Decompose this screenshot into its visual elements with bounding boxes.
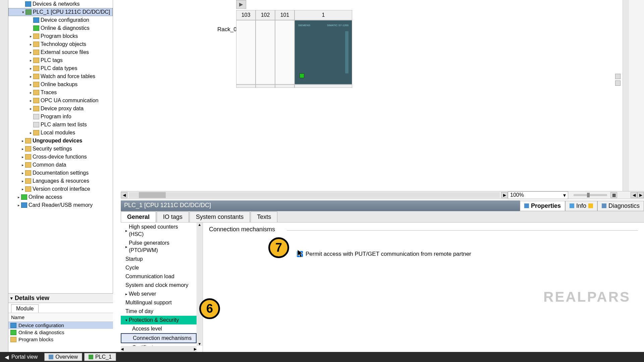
scroll-right-button[interactable]: ▶ xyxy=(637,192,644,198)
vertical-scrollbar[interactable]: ▲▼ xyxy=(197,223,203,346)
tree-expander-icon[interactable]: ▸ xyxy=(20,137,25,144)
details-row[interactable]: Program blocks xyxy=(8,336,113,343)
tree-expander-icon[interactable]: ▸ xyxy=(29,97,33,104)
rack-slot-header[interactable]: 1 xyxy=(294,10,352,20)
tree-node[interactable]: ▸OPC UA communication xyxy=(8,97,113,105)
tree-node[interactable]: ▸Device proxy data xyxy=(8,105,113,113)
tree-node[interactable]: ▸Local modules xyxy=(8,129,113,137)
taskbar-tab-overview[interactable]: Overview xyxy=(44,353,82,361)
tree-node[interactable]: Program info xyxy=(8,113,113,121)
tree-expander-icon[interactable]: ▸ xyxy=(29,129,33,136)
tree-expander-icon[interactable]: ▸ xyxy=(29,57,33,64)
subtab-general[interactable]: General xyxy=(121,212,156,222)
tree-expander-icon[interactable]: ▸ xyxy=(29,33,33,40)
rack-slot[interactable] xyxy=(256,20,275,84)
tree-node[interactable]: ▸Card Reader/USB memory xyxy=(8,201,113,209)
module-tab[interactable]: Module xyxy=(11,304,39,313)
details-view-header[interactable]: ▾ Details view xyxy=(8,294,113,303)
rack-slot-header[interactable]: 102 xyxy=(256,10,275,20)
inspector-nav-item[interactable]: Web server xyxy=(121,290,197,298)
rack-slot-header[interactable]: 101 xyxy=(275,10,294,20)
tree-expander-icon[interactable]: ▸ xyxy=(20,185,25,193)
tree-node[interactable]: PLC alarm text lists xyxy=(8,121,113,129)
tree-expander-icon[interactable]: ▸ xyxy=(20,169,25,177)
scroll-left-button[interactable]: ◀ xyxy=(121,192,127,198)
rack-slot[interactable] xyxy=(236,20,256,84)
inspector-nav-item[interactable]: Startup xyxy=(121,255,197,263)
zoom-dropdown[interactable]: 100% ▾ xyxy=(508,191,568,199)
tree-node[interactable]: ▸Cross-device functions xyxy=(8,153,113,161)
tree-expander-icon[interactable]: ▸ xyxy=(20,153,25,161)
tree-expander-icon[interactable]: ▾ xyxy=(21,8,25,16)
tree-node[interactable]: Device configuration xyxy=(8,16,113,24)
horizontal-scrollbar[interactable]: ◀▶ xyxy=(121,346,197,352)
toolbox-button[interactable] xyxy=(615,74,621,79)
tree-node[interactable]: ▸Documentation settings xyxy=(8,169,113,177)
tree-expander-icon[interactable]: ▸ xyxy=(29,49,33,56)
tree-expander-icon[interactable]: ▸ xyxy=(29,73,33,80)
tree-expander-icon[interactable]: ▸ xyxy=(16,193,21,201)
tree-expander-icon[interactable]: ▸ xyxy=(29,41,33,48)
vertical-scrollbar[interactable] xyxy=(623,0,629,194)
subtab-system-constants[interactable]: System constants xyxy=(190,212,250,222)
tree-node[interactable]: ▸Languages & resources xyxy=(8,177,113,185)
details-row[interactable]: Device configuration xyxy=(8,322,113,329)
taskbar-tab-plc1[interactable]: PLC_1 xyxy=(84,353,116,361)
tree-expander-icon[interactable]: ▸ xyxy=(20,161,25,169)
inspector-nav-item[interactable]: Cycle xyxy=(121,263,197,272)
tree-node[interactable]: ▸PLC data types xyxy=(8,64,113,72)
plc-module[interactable]: SIEMENSSIMATIC S7-1200 xyxy=(297,22,350,82)
tree-node[interactable]: ▾PLC_1 [CPU 1211C DC/DC/DC] xyxy=(8,8,113,16)
details-row[interactable]: Online & diagnostics xyxy=(8,329,113,336)
tree-expander-icon[interactable]: ▸ xyxy=(29,89,33,96)
inspector-nav-item[interactable]: Pulse generators (PTO/PWM) xyxy=(121,239,197,255)
tree-node[interactable]: ▸Ungrouped devices xyxy=(8,137,113,145)
right-collapsed-pane[interactable] xyxy=(623,0,644,194)
tab-properties[interactable]: Properties xyxy=(520,201,565,211)
rack-slot[interactable] xyxy=(275,20,294,84)
chevron-down-icon[interactable]: ▾ xyxy=(10,296,13,301)
device-view-canvas[interactable]: ▶ Rack_0 1031021011 SIEMENSSIMATIC S7-12… xyxy=(121,0,644,194)
fit-view-button[interactable]: ▦ xyxy=(610,192,617,198)
portal-view-button[interactable]: ◀ Portal view xyxy=(0,354,42,360)
tree-node[interactable]: Online & diagnostics xyxy=(8,24,113,32)
tree-node[interactable]: ▸Online backups xyxy=(8,80,113,88)
tab-info[interactable]: Info xyxy=(565,201,597,211)
tree-node[interactable]: ▸PLC tags xyxy=(8,56,113,64)
tree-expander-icon[interactable]: ▸ xyxy=(29,65,33,72)
inspector-nav-item[interactable]: Access level xyxy=(121,324,197,333)
inspector-nav-item[interactable]: Time of day xyxy=(121,307,197,316)
tree-expander-icon[interactable]: ▸ xyxy=(16,201,21,209)
zoom-slider[interactable] xyxy=(574,194,607,196)
collapsed-side-pane[interactable] xyxy=(0,0,8,362)
inspector-nav-item[interactable]: Connection mechanisms xyxy=(121,333,197,343)
tree-node[interactable]: ▸Online access xyxy=(8,193,113,201)
tree-expander-icon[interactable]: ▸ xyxy=(29,81,33,88)
tree-node[interactable]: ▸Watch and force tables xyxy=(8,72,113,80)
tree-node[interactable]: Devices & networks xyxy=(8,0,113,8)
toolbox-button[interactable] xyxy=(615,80,621,86)
tree-node[interactable]: ▸Security settings xyxy=(8,145,113,153)
rack-slot[interactable]: SIEMENSSIMATIC S7-1200 xyxy=(294,20,352,84)
tree-node[interactable]: ▸Program blocks xyxy=(8,32,113,40)
tab-diagnostics[interactable]: Diagnostics xyxy=(597,201,644,211)
scroll-right-button[interactable]: ▶ xyxy=(501,192,508,198)
tree-expander-icon[interactable]: ▸ xyxy=(20,145,25,153)
subtab-io-tags[interactable]: IO tags xyxy=(157,212,189,222)
inspector-nav-item[interactable]: System and clock memory xyxy=(121,281,197,290)
inspector-nav-item[interactable]: Multilingual support xyxy=(121,298,197,307)
inspector-nav-item[interactable]: Protection & Security xyxy=(121,316,197,324)
horizontal-scrollbar[interactable] xyxy=(129,192,500,198)
tree-node[interactable]: ▸Technology objects xyxy=(8,40,113,48)
tree-expander-icon[interactable]: ▸ xyxy=(29,105,33,112)
subtab-texts[interactable]: Texts xyxy=(251,212,277,222)
tree-node[interactable]: ▸Common data xyxy=(8,161,113,169)
ethernet-port-icon[interactable] xyxy=(300,73,304,78)
nav-right-arrow[interactable]: ▶ xyxy=(236,0,246,9)
tree-node[interactable]: ▸Version control interface xyxy=(8,185,113,193)
scroll-left-button[interactable]: ◀ xyxy=(631,192,637,198)
inspector-nav-item[interactable]: High speed counters (HSC) xyxy=(121,223,197,239)
tree-node[interactable]: ▸Traces xyxy=(8,88,113,97)
inspector-nav-item[interactable]: Communication load xyxy=(121,272,197,281)
tree-node[interactable]: ▸External source files xyxy=(8,48,113,56)
